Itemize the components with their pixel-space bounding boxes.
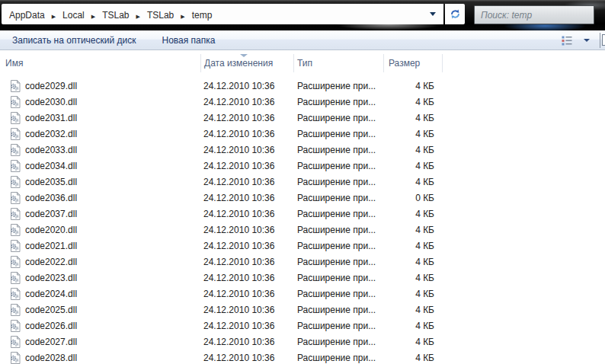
column-header-name[interactable]: Имя	[0, 53, 200, 73]
file-row[interactable]: code2029.dll24.12.2010 10:36Расширение п…	[0, 78, 605, 94]
dll-file-icon	[9, 128, 21, 140]
file-row[interactable]: code2026.dll24.12.2010 10:36Расширение п…	[0, 318, 605, 334]
file-row[interactable]: code2023.dll24.12.2010 10:36Расширение п…	[0, 270, 605, 286]
file-date-modified: 24.12.2010 10:36	[200, 222, 293, 238]
file-type: Расширение при...	[293, 286, 383, 302]
file-date-modified: 24.12.2010 10:36	[200, 110, 293, 126]
file-name: code2021.dll	[25, 241, 77, 251]
file-date-modified: 24.12.2010 10:36	[200, 158, 293, 174]
file-date-modified: 24.12.2010 10:36	[200, 190, 293, 206]
preview-pane-button[interactable]	[600, 33, 605, 48]
file-name: code2033.dll	[25, 145, 77, 155]
file-type: Расширение при...	[293, 206, 383, 222]
window-top-glass: AppData▶Local▶TSLab▶TSLab▶temp	[0, 0, 605, 30]
change-view-button[interactable]	[556, 32, 594, 49]
file-name: code2025.dll	[25, 305, 77, 315]
file-type: Расширение при...	[293, 94, 383, 110]
file-row[interactable]: code2021.dll24.12.2010 10:36Расширение п…	[0, 238, 605, 254]
file-row[interactable]: code2031.dll24.12.2010 10:36Расширение п…	[0, 110, 605, 126]
refresh-button[interactable]	[445, 4, 465, 24]
file-size: 4 КБ	[383, 286, 434, 302]
breadcrumb-arrow-icon[interactable]: ▶	[131, 14, 146, 19]
file-size: 4 КБ	[383, 302, 434, 318]
file-size: 4 КБ	[383, 126, 434, 142]
breadcrumb-arrow-icon[interactable]: ▶	[46, 14, 61, 19]
dll-file-icon	[9, 240, 21, 252]
file-row[interactable]: code2032.dll24.12.2010 10:36Расширение п…	[0, 126, 605, 142]
file-row[interactable]: code2022.dll24.12.2010 10:36Расширение п…	[0, 254, 605, 270]
file-row[interactable]: code2027.dll24.12.2010 10:36Расширение п…	[0, 334, 605, 350]
breadcrumb-segment[interactable]: temp	[190, 10, 214, 21]
file-row[interactable]: code2034.dll24.12.2010 10:36Расширение п…	[0, 158, 605, 174]
file-row[interactable]: code2024.dll24.12.2010 10:36Расширение п…	[0, 286, 605, 302]
file-date-modified: 24.12.2010 10:36	[200, 254, 293, 270]
file-type: Расширение при...	[293, 142, 383, 158]
breadcrumb-segment[interactable]: Local	[61, 10, 86, 21]
dll-file-icon	[9, 320, 21, 332]
address-dropdown-icon[interactable]	[430, 12, 436, 16]
column-separator[interactable]	[293, 54, 294, 72]
file-name: code2030.dll	[25, 97, 77, 107]
search-box[interactable]	[474, 5, 594, 24]
breadcrumb: AppData▶Local▶TSLab▶TSLab▶temp	[8, 8, 213, 21]
file-type: Расширение при...	[293, 190, 383, 206]
sort-indicator-icon	[240, 54, 248, 57]
file-size: 4 КБ	[383, 158, 434, 174]
dll-file-icon	[9, 144, 21, 156]
file-type: Расширение при...	[293, 318, 383, 334]
new-folder-button[interactable]: Новая папка	[159, 35, 219, 46]
file-date-modified: 24.12.2010 10:36	[200, 126, 293, 142]
file-row[interactable]: code2037.dll24.12.2010 10:36Расширение п…	[0, 206, 605, 222]
file-name: code2028.dll	[25, 353, 77, 363]
breadcrumb-segment[interactable]: TSLab	[101, 10, 130, 21]
column-header-type[interactable]: Тип	[293, 53, 383, 73]
search-input[interactable]	[475, 6, 594, 24]
file-row[interactable]: code2025.dll24.12.2010 10:36Расширение п…	[0, 302, 605, 318]
dll-file-icon	[9, 336, 21, 348]
file-type: Расширение при...	[293, 222, 383, 238]
file-size: 4 КБ	[383, 206, 434, 222]
views-dropdown-icon[interactable]	[584, 39, 590, 42]
file-type: Расширение при...	[293, 302, 383, 318]
column-separator[interactable]	[383, 54, 384, 72]
file-row[interactable]: code2028.dll24.12.2010 10:36Расширение п…	[0, 350, 605, 364]
breadcrumb-segment[interactable]: AppData	[8, 10, 46, 21]
file-row[interactable]: code2033.dll24.12.2010 10:36Расширение п…	[0, 142, 605, 158]
preview-pane-icon	[602, 34, 605, 46]
file-row[interactable]: code2030.dll24.12.2010 10:36Расширение п…	[0, 94, 605, 110]
file-name: code2022.dll	[25, 257, 77, 267]
file-list: code2029.dll24.12.2010 10:36Расширение п…	[0, 78, 605, 364]
file-date-modified: 24.12.2010 10:36	[200, 94, 293, 110]
file-size: 4 КБ	[383, 222, 434, 238]
file-type: Расширение при...	[293, 270, 383, 286]
dll-file-icon	[9, 112, 21, 124]
dll-file-icon	[9, 256, 21, 268]
file-date-modified: 24.12.2010 10:36	[200, 238, 293, 254]
column-header-size[interactable]: Размер	[383, 53, 442, 73]
file-size: 4 КБ	[383, 78, 434, 94]
breadcrumb-segment[interactable]: TSLab	[146, 10, 175, 21]
dll-file-icon	[9, 224, 21, 236]
burn-to-disc-button[interactable]: Записать на оптический диск	[9, 35, 139, 46]
file-row[interactable]: code2020.dll24.12.2010 10:36Расширение п…	[0, 222, 605, 238]
address-bar[interactable]: AppData▶Local▶TSLab▶TSLab▶temp	[2, 4, 443, 24]
file-name: code2036.dll	[25, 193, 77, 203]
dll-file-icon	[9, 80, 21, 92]
file-name: code2037.dll	[25, 209, 77, 219]
dll-file-icon	[9, 160, 21, 172]
file-type: Расширение при...	[293, 158, 383, 174]
file-type: Расширение при...	[293, 110, 383, 126]
file-date-modified: 24.12.2010 10:36	[200, 286, 293, 302]
breadcrumb-arrow-icon[interactable]: ▶	[86, 14, 101, 19]
column-separator[interactable]	[200, 54, 201, 72]
file-row[interactable]: code2036.dll24.12.2010 10:36Расширение п…	[0, 190, 605, 206]
file-size: 4 КБ	[383, 94, 434, 110]
file-row[interactable]: code2035.dll24.12.2010 10:36Расширение п…	[0, 174, 605, 190]
command-toolbar: Записать на оптический диск Новая папка	[0, 30, 605, 50]
file-date-modified: 24.12.2010 10:36	[200, 350, 293, 364]
breadcrumb-arrow-icon[interactable]: ▶	[175, 14, 190, 19]
dll-file-icon	[9, 304, 21, 316]
dll-file-icon	[9, 176, 21, 188]
column-separator[interactable]	[442, 54, 443, 72]
file-type: Расширение при...	[293, 126, 383, 142]
